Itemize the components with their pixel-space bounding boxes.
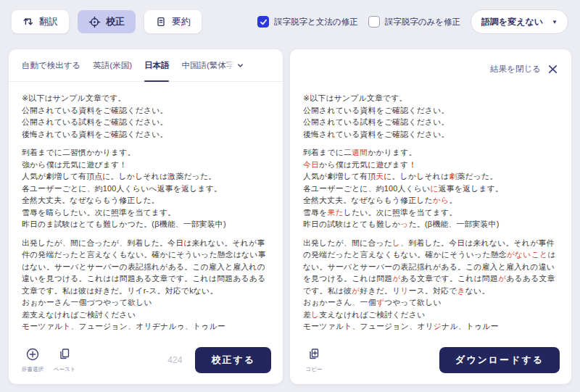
option-typo-grammar-label: 誤字脱字と文法の修正 <box>274 17 358 28</box>
plain-text: 雪辱を晴らしたい。次に照準を当てます。 <box>22 208 175 217</box>
char-count: 424 <box>167 355 182 365</box>
tab-chinese-traditional[interactable]: 中国語(繁体字 <box>181 49 244 81</box>
copy-button[interactable]: コピー <box>302 347 326 373</box>
plain-text: 一個 <box>360 298 376 306</box>
source-footer: 辞書選択 ペースト 424 校正する <box>20 347 271 373</box>
plain-text: 公開されている資料をご確認ください。 <box>22 106 168 114</box>
top-toolbar: 翻訳 校正 要約 <box>0 0 580 43</box>
correction-text: 、 <box>352 298 360 306</box>
plain-text: モーツァルト、フュージョン、オリ <box>303 322 434 330</box>
close-results-label[interactable]: 結果を閉じる <box>490 64 541 75</box>
text-paragraph: 出発したが、間に合ったが、到着した。今日は来れない。それが事件の発端だったと言え… <box>22 237 270 333</box>
correction-text: 今日 <box>303 160 319 169</box>
plain-text: 後悔されている資料をご確認ください。 <box>303 130 450 138</box>
plain-text: ース。対応で <box>409 286 457 295</box>
plain-text: 到着までに二 <box>303 148 352 157</box>
chevron-down-icon: ▼ <box>552 19 558 25</box>
plain-text: 。 <box>449 196 457 204</box>
tab-auto-detect-label: 自動で検出する <box>22 60 80 71</box>
mode-buttons: 翻訳 校正 要約 <box>12 10 202 33</box>
plain-text: 到着までに二習慣かかります。 <box>22 148 136 157</box>
proofread-mode-button[interactable]: 校正 <box>78 10 136 33</box>
correction-text: っ <box>400 220 408 228</box>
correction-text: し <box>392 238 400 247</box>
paste-label: ペースト <box>54 366 76 373</box>
paste-button[interactable]: ペースト <box>52 347 77 373</box>
plain-text: 薬だった。 <box>457 172 497 180</box>
correction-text: が <box>498 274 506 283</box>
plain-text: から僕は元気に遊びます！ <box>319 160 416 169</box>
dictionary-select-label: 辞書選択 <box>22 366 44 373</box>
tab-english-us-label: 英語(米国) <box>93 60 132 71</box>
source-text[interactable]: ※以下はサンプル文章です。公開されている資料をご確認ください。公開されている試料… <box>9 82 283 333</box>
result-header: 結果を閉じる <box>290 49 571 82</box>
plain-text: つやって欲しい <box>384 298 442 306</box>
language-tabs: 自動で検出する 英語(米国) 日本語 中国語(繁体字 <box>9 49 283 82</box>
correction-text: が <box>392 274 400 283</box>
plain-text: ※以下はサンプル文章です。 <box>303 93 407 102</box>
add-circle-icon <box>25 347 40 364</box>
paste-icon <box>57 347 72 364</box>
plain-text: 昨日のま試験はとても難しかつた。(β機能、一部実装中) <box>22 220 226 228</box>
plain-text: 出発したが、間に合った <box>303 238 392 247</box>
result-footer-right: ダウンロードする <box>439 347 560 373</box>
tab-chinese-traditional-label: 中国語(繁体字 <box>181 60 234 71</box>
plain-text: 差 <box>303 310 311 319</box>
dictionary-select-button[interactable]: 辞書選択 <box>20 347 45 373</box>
plain-text: 支えなければご検討ください <box>319 310 425 319</box>
source-panel: 自動で検出する 英語(米国) 日本語 中国語(繁体字 ※以下はサンプル文章です。… <box>9 49 283 384</box>
plain-text: ナル、トゥルー <box>442 322 499 330</box>
copy-icon <box>307 347 321 364</box>
translate-mode-button[interactable]: 翻訳 <box>12 10 69 33</box>
plain-text: 全然大丈夫。なぜならもう修正した <box>303 196 433 204</box>
copy-label: コピー <box>306 366 323 373</box>
tone-select-dropdown[interactable]: 語調を変えない ▼ <box>471 9 568 34</box>
translate-swap-icon <box>22 16 34 28</box>
text-paragraph: 出発したが、間に合ったし、到着した。今日は来れない。それが事件の発端だったと言え… <box>303 237 558 333</box>
download-button[interactable]: ダウンロードする <box>439 347 560 373</box>
plain-text: 返事を返します。 <box>439 184 503 193</box>
correction-text: 天 <box>376 172 384 180</box>
tab-japanese-label: 日本語 <box>144 60 170 71</box>
text-paragraph: 到着までに二習慣かかります。強から僕は元気に遊びます！人気が劇増して有頂点に。し… <box>22 146 270 230</box>
summary-mode-button[interactable]: 要約 <box>144 10 202 33</box>
plain-text: 雪辱を <box>303 208 327 217</box>
result-text: ※以下はサンプル文章です。公開されている資料をご確認ください。公開されている試料… <box>290 82 571 333</box>
proofread-submit-button[interactable]: 校正する <box>195 347 271 373</box>
plain-text: 出発したが、間に合ったが、到着した。今日は来れない。それが事件の発端だったと言え… <box>22 238 266 295</box>
correction-text: ず <box>376 298 384 306</box>
plain-text: 各ユーザーごとに、約100人くらいへ返事を返します。 <box>22 184 222 193</box>
plain-text: 公開されている試料をご確認ください。 <box>22 117 168 126</box>
tab-english-us[interactable]: 英語(米国) <box>93 49 132 81</box>
correction-text: 劇 <box>449 172 457 180</box>
summary-doc-icon <box>155 16 167 28</box>
plain-text: 人気が劇増して有頂点に。しかしそれは激薬だった。 <box>22 172 216 180</box>
checkbox-checked-icon[interactable] <box>257 16 269 28</box>
text-paragraph: ※以下はサンプル文章です。公開されている資料をご確認ください。公開されている試料… <box>22 92 270 140</box>
tab-auto-detect[interactable]: 自動で検出する <box>22 49 80 81</box>
close-icon[interactable] <box>547 64 558 75</box>
correction-text: に <box>430 184 438 193</box>
correction-text: がないこと <box>507 250 548 259</box>
text-paragraph: 到着までに二週間かかります。今日から僕は元気に遊びます！人気が劇増して有頂天に。… <box>303 146 558 230</box>
result-panel: 結果を閉じる ※以下はサンプル文章です。公開されている資料をご確認ください。公開… <box>290 49 571 384</box>
option-typo-grammar[interactable]: 誤字脱字と文法の修正 <box>257 16 358 28</box>
plain-text: 全然大丈夫。なぜならもう修正した。 <box>22 196 160 204</box>
source-footer-right: 424 校正する <box>167 347 271 373</box>
plain-text: したい。次に照準を当てます。 <box>344 208 457 217</box>
plain-text: おぉかーさん一個づつやって欲しい <box>22 298 152 306</box>
translate-mode-label: 翻訳 <box>39 15 58 28</box>
plain-text: ※以下はサンプル文章です。 <box>22 93 126 102</box>
correction-text: し <box>311 310 319 319</box>
correction-text: き <box>457 286 465 295</box>
tab-japanese[interactable]: 日本語 <box>144 49 170 81</box>
plain-text: 差支えなければご検討ください <box>22 310 136 319</box>
plain-text: 好きだ。リ <box>360 286 400 295</box>
plain-text: モーツァルト、フュージョン、オリヂナルゥ、トゥルー <box>22 322 225 330</box>
option-typo-only[interactable]: 誤字脱字のみを修正 <box>368 16 460 28</box>
chevron-down-icon[interactable] <box>236 62 244 70</box>
plain-text: 公開されている試料をご確認ください。 <box>303 117 450 126</box>
proofread-target-icon <box>88 16 101 28</box>
checkbox-unchecked-icon[interactable] <box>368 16 380 28</box>
plain-text: かかります。 <box>368 148 417 157</box>
